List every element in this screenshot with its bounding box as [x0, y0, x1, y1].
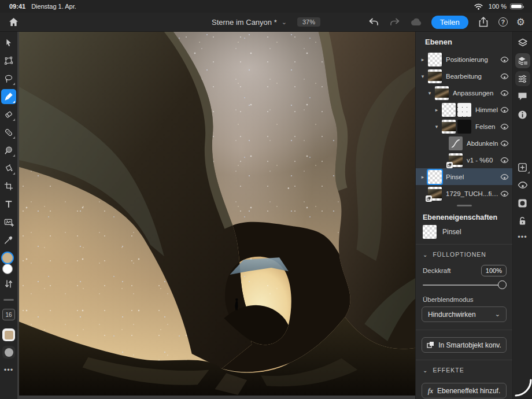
- opacity-value-field[interactable]: 100%: [481, 265, 507, 276]
- fill-options-label: FÜLLOPTIONEN: [433, 251, 486, 258]
- effects-header[interactable]: ⌄ EFFEKTE: [416, 360, 512, 378]
- layer-row[interactable]: 1729_TUCH...final-NR33: [416, 185, 512, 202]
- share-teilen-button[interactable]: Teilen: [431, 16, 468, 29]
- undo-button[interactable]: [367, 16, 380, 28]
- cloud-sync-icon[interactable]: [410, 16, 423, 28]
- layer-properties-button[interactable]: [515, 53, 530, 68]
- healing-brush-tool[interactable]: [1, 125, 16, 140]
- layer-visibility-toggle[interactable]: [500, 56, 509, 63]
- eraser-tool[interactable]: [1, 107, 16, 122]
- foreground-color-chip[interactable]: [2, 253, 13, 263]
- redo-button[interactable]: [389, 16, 401, 28]
- app-header: Sterne im Canyon * ⌄ 37% Teilen ? ⚙: [0, 13, 532, 32]
- eyedropper-tool[interactable]: [1, 232, 16, 247]
- adjustments-button[interactable]: [515, 71, 530, 86]
- panel-drag-handle[interactable]: [457, 205, 472, 206]
- title-chevron-icon: ⌄: [282, 19, 287, 26]
- brush-tool[interactable]: [1, 89, 16, 104]
- document-canvas[interactable]: [17, 32, 415, 399]
- wifi-icon: [472, 0, 485, 13]
- blend-mode-dropdown[interactable]: Hindurchwirken ⌄: [422, 306, 507, 322]
- brush-size-badge[interactable]: 16: [2, 309, 15, 320]
- lasso-tool[interactable]: [1, 71, 16, 86]
- layer-visibility-toggle[interactable]: [500, 73, 509, 80]
- layer-row[interactable]: ▾Anpassungen: [416, 84, 512, 101]
- lock-button[interactable]: [515, 213, 530, 228]
- swap-colors-button[interactable]: [5, 279, 13, 291]
- opacity-slider[interactable]: [423, 279, 505, 291]
- layer-thumbnail: [449, 153, 463, 167]
- layer-visibility-toggle[interactable]: [500, 106, 509, 113]
- ipad-status-bar: 09:41 Dienstag 1. Apr. 100 %: [0, 0, 532, 13]
- visibility-button[interactable]: [515, 178, 530, 193]
- toolbar-drag-handle[interactable]: [3, 299, 14, 301]
- info-button[interactable]: [515, 107, 530, 122]
- layer-row[interactable]: ▾Felsen: [416, 118, 512, 135]
- smart-object-icon: [427, 341, 434, 349]
- document-title[interactable]: Sterne im Canyon *: [212, 18, 277, 27]
- layer-expander[interactable]: ▸: [419, 57, 426, 62]
- comments-button[interactable]: [515, 89, 530, 104]
- crop-tool[interactable]: [1, 179, 16, 194]
- export-share-icon[interactable]: [477, 16, 490, 28]
- convert-smart-object-button[interactable]: In Smartobjekt konv.: [422, 337, 507, 353]
- layer-expander[interactable]: ▾: [433, 124, 440, 130]
- move-tool[interactable]: [1, 35, 16, 50]
- adjustment-thumbnail: [449, 136, 463, 150]
- layer-expander[interactable]: ▾: [419, 73, 426, 79]
- smart-object-badge: [446, 162, 453, 168]
- status-date: Dienstag 1. Apr.: [31, 3, 76, 10]
- layer-expander[interactable]: ▾: [426, 90, 433, 96]
- transform-tool[interactable]: [1, 53, 16, 68]
- color-chips[interactable]: [1, 254, 17, 276]
- taskbar-more-icon[interactable]: •••: [518, 232, 527, 241]
- home-button[interactable]: [7, 16, 20, 28]
- layer-visibility-toggle[interactable]: [500, 140, 509, 147]
- layer-row[interactable]: ▸Positionierung: [416, 51, 512, 68]
- layer-thumbnail: [435, 86, 449, 100]
- battery-icon: [510, 3, 523, 9]
- layer-name: Abdunkeln: [467, 140, 498, 147]
- help-button[interactable]: ?: [498, 17, 508, 27]
- layer-row[interactable]: ▾Bearbeitung: [416, 68, 512, 84]
- mask-button[interactable]: [515, 195, 530, 210]
- layer-expander[interactable]: ▸: [433, 107, 440, 113]
- add-layer-effect-button[interactable]: fx Ebeneneffekt hinzuf.: [422, 383, 507, 398]
- opacity-slider-track: [423, 285, 505, 286]
- layer-visibility-toggle[interactable]: [500, 173, 509, 180]
- effects-label: EFFEKTE: [433, 367, 464, 374]
- chevron-down-icon: ⌄: [495, 311, 500, 318]
- layer-visibility-toggle[interactable]: [500, 123, 509, 130]
- layer-row[interactable]: Abdunkeln: [416, 135, 512, 152]
- zoom-level-badge[interactable]: 37%: [297, 17, 320, 27]
- place-image-tool[interactable]: [1, 215, 16, 230]
- opacity-label: Deckkraft: [423, 267, 451, 274]
- add-layer-button[interactable]: [515, 160, 530, 175]
- fill-tool[interactable]: [1, 161, 16, 176]
- fill-options-header[interactable]: ⌄ FÜLLOPTIONEN: [416, 245, 512, 263]
- layer-thumbnail: [442, 120, 456, 134]
- blend-mode-value: Hindurchwirken: [428, 311, 476, 319]
- layer-row[interactable]: v1 - %60: [416, 152, 512, 168]
- right-taskbar: •••: [512, 32, 532, 399]
- properties-title: Ebeneneigenschaften: [416, 210, 512, 225]
- fx-icon: fx: [428, 386, 433, 396]
- layers-view-button[interactable]: [515, 35, 530, 50]
- opacity-slider-knob[interactable]: [498, 280, 507, 289]
- brush-tip-swatch[interactable]: [2, 346, 15, 359]
- clone-stamp-tool[interactable]: [1, 143, 16, 158]
- layer-row[interactable]: ▸Pinsel: [416, 168, 512, 185]
- type-tool[interactable]: [1, 197, 16, 212]
- layer-visibility-toggle[interactable]: [500, 90, 509, 97]
- layer-thumbnail: [428, 187, 442, 201]
- toolbar-more-icon[interactable]: •••: [4, 365, 14, 374]
- brush-color-swatch[interactable]: [2, 328, 15, 341]
- layer-visibility-toggle[interactable]: [500, 157, 509, 164]
- layer-name: Positionierung: [446, 56, 498, 63]
- layer-name: Bearbeitung: [446, 73, 498, 80]
- layer-visibility-toggle[interactable]: [500, 190, 509, 197]
- settings-gear-button[interactable]: ⚙: [516, 17, 525, 27]
- layer-row[interactable]: ▸Himmel: [416, 101, 512, 118]
- background-color-chip[interactable]: [2, 264, 13, 274]
- layer-expander[interactable]: ▸: [419, 174, 426, 180]
